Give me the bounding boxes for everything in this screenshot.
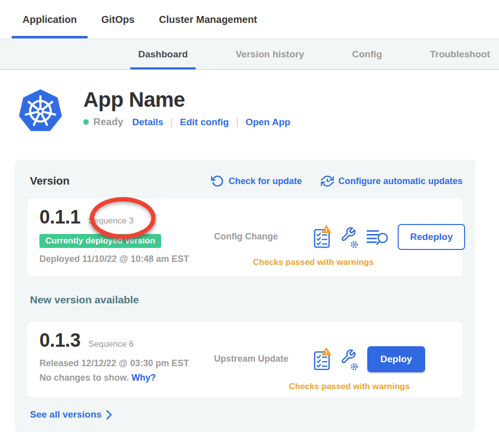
available-version-source: Upstream Update [214, 354, 299, 364]
deploy-button[interactable]: Deploy [367, 346, 425, 372]
config-wrench-icon[interactable] [339, 225, 358, 248]
chevron-right-icon [106, 410, 112, 420]
current-checks-status: Checks passed with warnings [253, 257, 374, 267]
current-version-source: Config Change [214, 231, 299, 242]
current-version-number: 0.1.1 [39, 207, 80, 228]
available-version-number: 0.1.3 [39, 330, 80, 351]
top-nav: Application GitOps Cluster Management [0, 0, 499, 38]
check-for-update-label: Check for update [229, 176, 302, 187]
tab-dashboard[interactable]: Dashboard [130, 39, 196, 69]
configure-automatic-updates-link[interactable]: Configure automatic updates [321, 175, 463, 188]
link-divider: | [170, 116, 173, 128]
tab-version-history[interactable]: Version history [228, 39, 312, 69]
released-timestamp: Released 12/12/22 @ 03:30 pm EST [39, 358, 214, 369]
admin-console-page: Application GitOps Cluster Management Da… [0, 0, 499, 448]
no-changes-text: No changes to show. [39, 373, 129, 383]
new-version-available-heading: New version available [30, 294, 463, 306]
current-version-card: 0.1.1 Sequence 3 Currently deployed vers… [27, 199, 463, 276]
see-all-versions-label: See all versions [30, 409, 102, 420]
redeploy-button[interactable]: Redeploy [398, 224, 465, 250]
app-status-label: Ready [93, 116, 123, 128]
tab-troubleshoot[interactable]: Troubleshoot [422, 39, 498, 69]
see-all-versions-link[interactable]: See all versions [30, 409, 463, 420]
tab-config[interactable]: Config [344, 39, 390, 69]
nav-item-gitops[interactable]: GitOps [90, 14, 146, 38]
version-panel-title: Version [30, 175, 69, 188]
open-app-link[interactable]: Open App [246, 117, 290, 128]
schedule-sync-icon [321, 175, 334, 188]
edit-config-link[interactable]: Edit config [180, 117, 229, 128]
available-checks-status: Checks passed with warnings [289, 382, 410, 392]
version-panel: Version Check for update [14, 160, 476, 432]
why-link[interactable]: Why? [131, 373, 156, 383]
refresh-icon [211, 175, 224, 188]
kubernetes-logo-icon [19, 89, 62, 134]
currently-deployed-badge: Currently deployed version [39, 234, 161, 248]
current-version-sequence: Sequence 3 [88, 216, 134, 226]
available-version-sequence: Sequence 6 [88, 339, 134, 349]
deployed-timestamp: Deployed 11/10/22 @ 10:48 am EST [39, 254, 214, 264]
nav-item-cluster-management[interactable]: Cluster Management [148, 14, 268, 38]
available-version-card: 0.1.3 Sequence 6 Released 12/12/22 @ 03:… [27, 322, 463, 397]
check-for-update-link[interactable]: Check for update [211, 175, 302, 188]
app-name-title: App Name [83, 89, 290, 111]
configure-automatic-updates-label: Configure automatic updates [338, 176, 463, 187]
link-divider: | [236, 116, 239, 128]
preflight-checks-icon[interactable] [314, 347, 331, 371]
nav-item-application[interactable]: Application [11, 14, 88, 38]
details-link[interactable]: Details [132, 117, 163, 128]
ready-status-dot-icon [83, 119, 89, 125]
config-wrench-icon[interactable] [339, 347, 358, 371]
view-files-icon[interactable] [366, 228, 389, 246]
app-header: App Name Ready Details | Edit config | O… [19, 89, 499, 134]
app-sub-nav: Dashboard Version history Config Trouble… [0, 38, 499, 70]
preflight-checks-icon[interactable] [314, 225, 331, 248]
